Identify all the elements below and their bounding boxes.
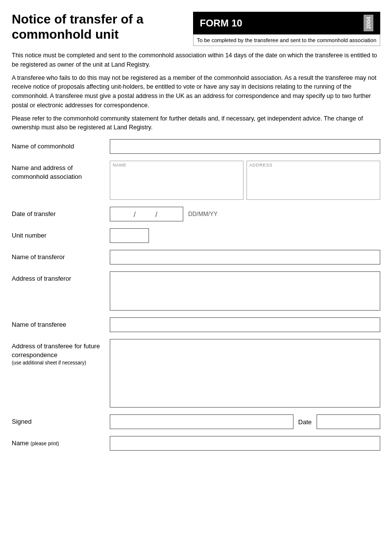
form-subtitle: To be completed by the transferee and se… bbox=[193, 34, 380, 46]
unit-number-field bbox=[110, 228, 380, 243]
transferor-name-label: Name of transferor bbox=[12, 250, 110, 262]
association-name-box: NAME bbox=[110, 161, 244, 200]
name-print-input[interactable] bbox=[110, 436, 380, 451]
page-header: Notice of transfer of a commonhold unit … bbox=[12, 12, 380, 46]
transferee-address-row: Address of transferee for future corresp… bbox=[12, 339, 380, 408]
date-row: / / DD/MM/YY bbox=[110, 207, 380, 221]
date-sep-1: / bbox=[134, 210, 138, 218]
unit-number-label: Unit number bbox=[12, 228, 110, 240]
intro-paragraph-1: This notice must be completed and sent t… bbox=[12, 51, 380, 70]
signed-date-row: Date bbox=[110, 414, 380, 429]
year-badge: 2004 bbox=[364, 15, 373, 31]
form-label: FORM 10 bbox=[200, 18, 243, 29]
commonhold-name-row: Name of commonhold bbox=[12, 139, 380, 154]
transferor-name-field bbox=[110, 250, 380, 265]
transferor-name-input[interactable] bbox=[110, 250, 380, 265]
transferee-address-input[interactable] bbox=[110, 339, 380, 408]
signed-field: Date bbox=[110, 414, 380, 429]
signed-label: Signed bbox=[12, 414, 110, 426]
name-print-row: Name (please print) bbox=[12, 436, 380, 451]
name-address-fields: NAME ADDRESS bbox=[110, 161, 380, 200]
transferee-name-label: Name of transferee bbox=[12, 317, 110, 329]
unit-number-row: Unit number bbox=[12, 228, 380, 243]
association-address-input[interactable] bbox=[247, 169, 380, 199]
signed-row: Signed Date bbox=[12, 414, 380, 429]
date-input-box[interactable]: / / bbox=[110, 207, 183, 221]
name-print-label: Name (please print) bbox=[12, 436, 110, 448]
transferor-address-label: Address of transferor bbox=[12, 271, 110, 283]
commonhold-name-label: Name of commonhold bbox=[12, 139, 110, 151]
transferee-address-note: (use additional sheet if necessary) bbox=[12, 360, 110, 366]
intro-paragraph-2: A transferee who fails to do this may no… bbox=[12, 73, 380, 110]
transferee-address-label: Address of transferee for future corresp… bbox=[12, 339, 110, 366]
name-print-field bbox=[110, 436, 380, 451]
date-field: / / DD/MM/YY bbox=[110, 207, 380, 221]
date-of-transfer-row: Date of transfer / / DD/MM/YY bbox=[12, 207, 380, 221]
association-label: Name and address of commonhold associati… bbox=[12, 161, 110, 181]
transferee-address-field bbox=[110, 339, 380, 408]
association-name-input[interactable] bbox=[110, 169, 243, 199]
form-badge-container: FORM 10 2004 To be completed by the tran… bbox=[193, 12, 380, 46]
transferor-address-field bbox=[110, 271, 380, 311]
address-box-header: ADDRESS bbox=[247, 161, 380, 169]
association-row: Name and address of commonhold associati… bbox=[12, 161, 380, 200]
transferee-name-input[interactable] bbox=[110, 317, 380, 332]
transferee-name-field bbox=[110, 317, 380, 332]
commonhold-name-input[interactable] bbox=[110, 139, 380, 154]
signed-input[interactable] bbox=[110, 414, 294, 429]
unit-number-input[interactable] bbox=[110, 228, 149, 243]
transferor-name-row: Name of transferor bbox=[12, 250, 380, 265]
date-format-hint: DD/MM/YY bbox=[188, 211, 218, 217]
form-section: Name of commonhold Name and address of c… bbox=[12, 139, 380, 451]
date-inline-label: Date bbox=[298, 418, 312, 426]
transferor-address-input[interactable] bbox=[110, 271, 380, 311]
date-inline-input[interactable] bbox=[317, 414, 380, 429]
transferee-name-row: Name of transferee bbox=[12, 317, 380, 332]
association-address-box: ADDRESS bbox=[246, 161, 380, 200]
name-print-note: (please print) bbox=[30, 441, 59, 446]
date-of-transfer-label: Date of transfer bbox=[12, 207, 110, 218]
intro-paragraph-3: Please refer to the commonhold community… bbox=[12, 114, 380, 133]
form-badge: FORM 10 2004 bbox=[193, 12, 380, 34]
commonhold-name-field bbox=[110, 139, 380, 154]
intro-section: This notice must be completed and sent t… bbox=[12, 51, 380, 132]
page-title: Notice of transfer of a commonhold unit bbox=[12, 12, 193, 42]
date-sep-2: / bbox=[155, 210, 159, 218]
name-box-header: NAME bbox=[110, 161, 243, 169]
transferor-address-row: Address of transferor bbox=[12, 271, 380, 311]
